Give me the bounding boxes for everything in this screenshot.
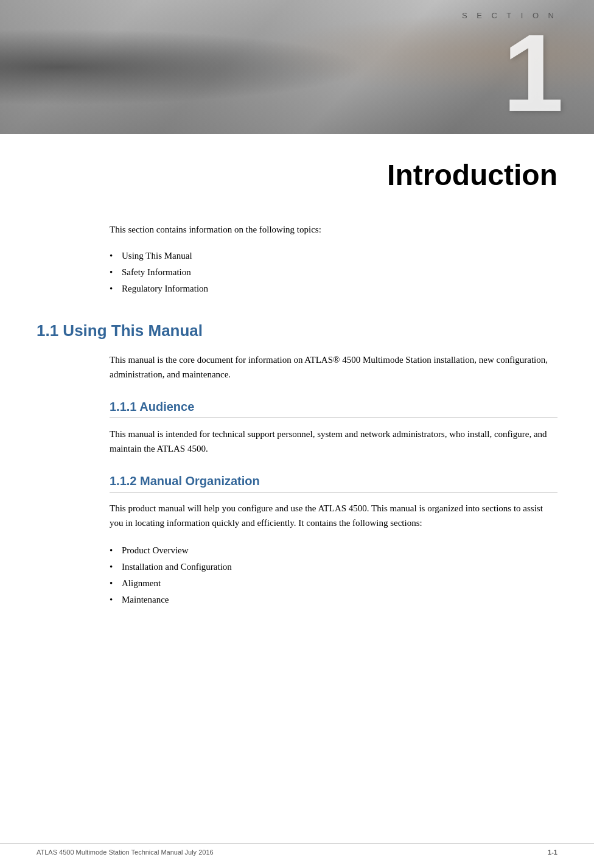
footer-left-text: ATLAS 4500 Multimode Station Technical M…: [37, 849, 214, 856]
section-1-1-2-heading: 1.1.2 Manual Organization: [110, 474, 557, 492]
intro-bullet-list: Using This Manual Safety Information Reg…: [110, 248, 557, 297]
page-footer: ATLAS 4500 Multimode Station Technical M…: [0, 843, 594, 856]
list-item: Installation and Configuration: [110, 559, 557, 575]
header-banner: S E C T I O N 1: [0, 0, 594, 134]
list-item: Regulatory Information: [110, 281, 557, 297]
list-item: Safety Information: [110, 264, 557, 281]
section-1-1-1-heading: 1.1.1 Audience: [110, 400, 557, 418]
section-1-1-heading: 1.1 Using This Manual: [37, 321, 557, 340]
manual-org-bullet-list: Product Overview Installation and Config…: [110, 542, 557, 608]
list-item: Using This Manual: [110, 248, 557, 264]
list-item: Product Overview: [110, 542, 557, 559]
section-1-1-body: This manual is the core document for inf…: [110, 352, 557, 382]
list-item: Alignment: [110, 575, 557, 592]
intro-paragraph: This section contains information on the…: [110, 222, 557, 237]
section-1-1-2-body: This product manual will help you config…: [110, 501, 557, 530]
footer-page-number: 1-1: [548, 849, 557, 856]
section-number: 1: [503, 18, 564, 128]
list-item: Maintenance: [110, 592, 557, 608]
chapter-title: Introduction: [37, 158, 557, 198]
main-content: Introduction This section contains infor…: [0, 158, 594, 675]
section-1-1-1-body: This manual is intended for technical su…: [110, 427, 557, 456]
